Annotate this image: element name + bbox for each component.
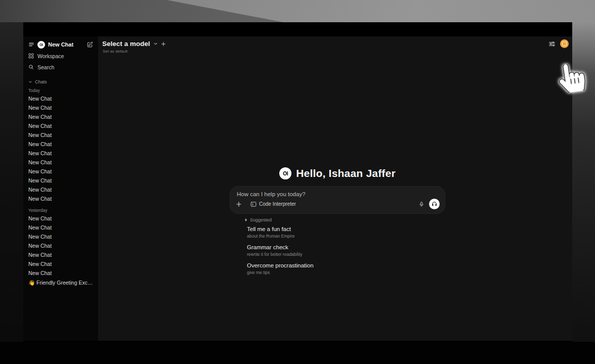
composer-placeholder: How can I help you today? <box>237 191 306 197</box>
suggestion-list: Tell me a fun fact about the Roman Empir… <box>247 226 445 276</box>
sidebar-item-search[interactable]: Search <box>23 62 98 72</box>
suggestion-subtitle: give me tips <box>247 270 445 276</box>
user-avatar[interactable] <box>560 39 569 48</box>
suggestion-title: Grammar check <box>247 244 445 251</box>
new-chat-icon[interactable] <box>87 41 93 48</box>
controls-icon[interactable] <box>548 40 556 48</box>
group-label: Yesterday <box>23 207 98 214</box>
sidebar-chat-item[interactable]: New Chat <box>23 250 98 259</box>
suggestion-title: Tell me a fun fact <box>247 226 445 233</box>
chat-group-today: Today New ChatNew ChatNew ChatNew ChatNe… <box>23 87 98 203</box>
sidebar-chat-item[interactable]: New Chat <box>23 149 98 158</box>
suggested-header: Suggested <box>244 217 445 222</box>
home-center: OI Hello, Ishaan Jaffer How can I help y… <box>230 164 445 281</box>
sidebar-chat-item[interactable]: New Chat <box>23 130 98 140</box>
suggested-label: Suggested <box>250 217 272 222</box>
add-model-icon[interactable] <box>161 41 166 47</box>
chevron-down-icon <box>153 41 158 46</box>
message-composer[interactable]: How can I help you today? Code Interpret… <box>230 187 445 213</box>
search-label: Search <box>37 64 54 70</box>
chevron-down-icon <box>28 80 32 84</box>
microphone-icon[interactable] <box>418 201 424 207</box>
wallpaper-top <box>0 0 595 22</box>
group-label: Today <box>23 87 98 94</box>
header-actions <box>548 39 569 48</box>
sidebar-toggle-icon[interactable] <box>28 41 34 48</box>
desktop: OI New Chat Workspace Searc <box>0 0 595 364</box>
sidebar-chat-item[interactable]: New Chat <box>23 259 98 268</box>
avatar-glyph-icon <box>562 41 567 46</box>
sidebar-chat-item[interactable]: New Chat <box>23 103 98 112</box>
set-default-link[interactable]: Set as default <box>103 49 128 54</box>
chats-section-header[interactable]: Chats <box>23 78 98 85</box>
grid-icon <box>28 53 34 59</box>
code-interpreter-toggle[interactable]: Code Interpreter <box>250 201 296 207</box>
sidebar-chat-item-named[interactable]: 👋 Friendly Greeting Exchange <box>23 278 98 287</box>
suggestion-subtitle: about the Roman Empire <box>247 234 445 239</box>
voice-call-button[interactable] <box>429 199 440 209</box>
chat-list-today: New ChatNew ChatNew ChatNew ChatNew Chat… <box>23 94 98 203</box>
sidebar: OI New Chat Workspace Searc <box>23 36 98 341</box>
app-logo-icon: OI <box>279 167 291 179</box>
wallpaper-left <box>0 22 23 342</box>
model-selector[interactable]: Select a model <box>102 40 166 48</box>
workspace-label: Workspace <box>37 53 64 59</box>
chat-list-yesterday: New ChatNew ChatNew ChatNew ChatNew Chat… <box>23 214 98 278</box>
search-icon <box>28 64 34 70</box>
suggestion-item[interactable]: Grammar check rewrite it for better read… <box>247 244 445 257</box>
code-interpreter-label: Code Interpreter <box>259 201 296 207</box>
sidebar-chat-item[interactable]: New Chat <box>23 158 98 167</box>
sidebar-chat-item[interactable]: New Chat <box>23 223 98 232</box>
wallpaper-right <box>572 22 595 342</box>
window-titlebar <box>23 22 572 36</box>
attach-plus-icon[interactable] <box>236 201 242 207</box>
sidebar-chat-item[interactable]: New Chat <box>23 167 98 176</box>
sidebar-chat-item[interactable]: New Chat <box>23 232 98 241</box>
app-body: OI New Chat Workspace Searc <box>23 36 572 341</box>
sidebar-title: New Chat <box>48 41 83 48</box>
sidebar-header: OI New Chat <box>23 39 98 50</box>
main-panel: Select a model Set as default <box>98 36 572 341</box>
sidebar-chat-item[interactable]: New Chat <box>23 214 98 223</box>
suggestion-subtitle: rewrite it for better readability <box>247 252 445 257</box>
bolt-icon <box>244 218 248 222</box>
app-logo-icon: OI <box>37 41 45 49</box>
chat-group-yesterday: Yesterday New ChatNew ChatNew ChatNew Ch… <box>23 207 98 278</box>
greeting-row: OI Hello, Ishaan Jaffer <box>230 167 445 179</box>
sidebar-chat-item[interactable]: New Chat <box>23 94 98 103</box>
suggestion-item[interactable]: Overcome procrastination give me tips <box>247 262 445 276</box>
sidebar-chat-item[interactable]: New Chat <box>23 140 98 149</box>
composer-toolbar: Code Interpreter <box>236 199 440 209</box>
wallpaper-wedge <box>0 0 283 22</box>
sidebar-chat-item[interactable]: New Chat <box>23 185 98 194</box>
sidebar-chat-item[interactable]: New Chat <box>23 112 98 121</box>
suggestion-item[interactable]: Tell me a fun fact about the Roman Empir… <box>247 226 445 239</box>
sidebar-chat-item[interactable]: New Chat <box>23 121 98 130</box>
sidebar-chat-item[interactable]: New Chat <box>23 241 98 250</box>
sidebar-item-workspace[interactable]: Workspace <box>23 51 98 61</box>
sidebar-chat-item[interactable]: New Chat <box>23 268 98 278</box>
wallpaper-bottom <box>0 342 595 364</box>
greeting-text: Hello, Ishaan Jaffer <box>296 167 396 179</box>
model-selector-label: Select a model <box>102 40 150 48</box>
sidebar-chat-item[interactable]: New Chat <box>23 194 98 203</box>
chats-label: Chats <box>35 79 47 84</box>
terminal-icon <box>250 201 257 207</box>
suggestion-title: Overcome procrastination <box>247 262 445 269</box>
sidebar-chat-item[interactable]: New Chat <box>23 176 98 185</box>
app-window: OI New Chat Workspace Searc <box>23 22 572 341</box>
